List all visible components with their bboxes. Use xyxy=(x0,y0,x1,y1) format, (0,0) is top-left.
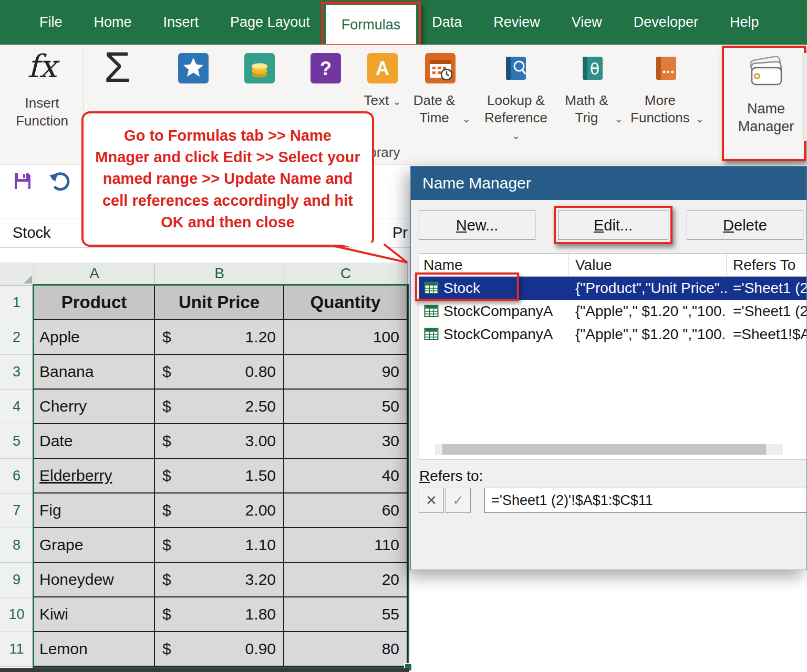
sheet-row: 11Lemon$0.9080 xyxy=(0,632,408,667)
table-cell[interactable]: Elderberry xyxy=(34,459,155,494)
table-cell[interactable]: $0.90 xyxy=(155,632,284,667)
math-trig-button[interactable]: θ Math & Trig ⌄ xyxy=(553,53,632,126)
tab-insert[interactable]: Insert xyxy=(148,0,215,45)
sheet-bottom-strip xyxy=(0,668,409,672)
table-cell[interactable]: Apple xyxy=(34,320,155,355)
tab-home[interactable]: Home xyxy=(78,0,148,45)
table-cell[interactable]: Date xyxy=(34,424,155,459)
table-cell[interactable]: Honeydew xyxy=(34,563,155,597)
column-header-c[interactable]: C xyxy=(284,262,408,286)
table-cell[interactable]: $2.00 xyxy=(155,494,284,528)
table-cell[interactable]: $1.50 xyxy=(155,459,284,494)
table-cell[interactable]: $0.80 xyxy=(155,355,284,390)
edit-button[interactable]: Edit... xyxy=(558,211,668,240)
row-header-10[interactable]: 10 xyxy=(0,597,34,632)
table-icon xyxy=(423,327,439,342)
table-cell[interactable]: Fig xyxy=(34,494,155,528)
table-cell[interactable]: Lemon xyxy=(34,632,155,667)
column-name[interactable]: Name xyxy=(419,254,569,276)
name-list-body: Stock{"Product","Unit Price"...='Sheet1 … xyxy=(419,277,806,346)
coins-icon xyxy=(244,53,275,86)
row-header-1[interactable]: 1 xyxy=(0,286,34,320)
name-list-row-stockcompanya[interactable]: StockCompanyA{"Apple"," $1.20 ","100...=… xyxy=(419,323,806,346)
table-cell[interactable]: 80 xyxy=(284,632,408,667)
tab-file[interactable]: File xyxy=(24,0,78,45)
table-cell[interactable]: $1.20 xyxy=(155,320,284,355)
save-icon[interactable] xyxy=(13,171,33,193)
row-header-8[interactable]: 8 xyxy=(0,528,34,563)
sheet-row: 4Cherry$2.5050 xyxy=(0,390,408,424)
table-cell[interactable]: Grape xyxy=(34,528,155,563)
tab-developer[interactable]: Developer xyxy=(618,0,714,45)
tab-view[interactable]: View xyxy=(556,0,618,45)
table-cell[interactable]: $1.10 xyxy=(155,528,284,563)
table-cell[interactable]: 20 xyxy=(284,563,408,597)
table-cell[interactable]: Banana xyxy=(34,355,155,390)
more-functions-button[interactable]: ... More Functions ⌄ xyxy=(627,53,706,126)
table-cell[interactable]: 90 xyxy=(284,355,408,390)
row-header-5[interactable]: 5 xyxy=(0,424,34,459)
scrollbar-thumb[interactable] xyxy=(442,444,766,455)
column-value[interactable]: Value xyxy=(569,254,727,276)
dialog-title[interactable]: Name Manager xyxy=(411,166,806,200)
tab-help[interactable]: Help xyxy=(714,0,775,45)
row-header-3[interactable]: 3 xyxy=(0,355,34,390)
svg-text:?: ? xyxy=(320,58,332,79)
column-header-b[interactable]: B xyxy=(155,262,284,286)
delete-button[interactable]: Delete xyxy=(687,211,803,240)
table-cell[interactable]: 30 xyxy=(284,424,408,459)
chevron-down-icon: ⌄ xyxy=(615,113,623,124)
question-icon: ? xyxy=(311,53,341,86)
calendar-clock-icon xyxy=(425,53,456,86)
name-manager-label: Name Manager xyxy=(729,100,803,136)
svg-text:θ: θ xyxy=(590,60,599,78)
cell-header-unit-price[interactable]: Unit Price xyxy=(155,286,284,320)
date-time-button[interactable]: Date & Time ⌄ xyxy=(401,53,480,126)
cell-header-quantity[interactable]: Quantity xyxy=(284,286,408,320)
undo-icon[interactable] xyxy=(48,170,71,195)
table-cell[interactable]: 50 xyxy=(284,390,408,424)
insert-function-label[interactable]: Insert Function xyxy=(0,94,84,130)
row-header-11[interactable]: 11 xyxy=(0,632,34,667)
table-cell[interactable]: Cherry xyxy=(34,390,155,424)
table-cell[interactable]: $3.00 xyxy=(155,424,284,459)
refers-to-input[interactable] xyxy=(484,488,807,513)
row-header-4[interactable]: 4 xyxy=(0,390,34,424)
confirm-refers-icon[interactable]: ✓ xyxy=(446,488,471,513)
name-list-row-stock[interactable]: Stock{"Product","Unit Price"...='Sheet1 … xyxy=(419,277,806,300)
formula-bar-text[interactable]: Pr xyxy=(392,224,408,242)
row-header-6[interactable]: 6 xyxy=(0,459,34,494)
insert-function-icon[interactable]: fx xyxy=(27,48,57,85)
table-cell[interactable]: 40 xyxy=(284,459,408,494)
row-header-7[interactable]: 7 xyxy=(0,494,34,528)
column-refers-to[interactable]: Refers To xyxy=(727,254,806,276)
tab-review[interactable]: Review xyxy=(478,0,556,45)
table-cell[interactable]: Kiwi xyxy=(34,597,155,632)
table-cell[interactable]: $1.80 xyxy=(155,597,284,632)
cell-header-product[interactable]: Product xyxy=(34,286,155,320)
column-header-a[interactable]: A xyxy=(34,262,155,286)
table-cell[interactable]: $2.50 xyxy=(155,390,284,424)
table-cell[interactable]: $3.20 xyxy=(155,563,284,597)
table-cell[interactable]: 55 xyxy=(284,597,408,632)
horizontal-scrollbar[interactable] xyxy=(435,444,783,455)
name-list-row-stockcompanya[interactable]: StockCompanyA{"Apple"," $1.20 ","100...=… xyxy=(419,300,806,323)
lookup-reference-button[interactable]: Lookup & Reference ⌄ xyxy=(477,53,555,143)
tab-formulas[interactable]: Formulas xyxy=(326,5,417,45)
select-all-corner[interactable] xyxy=(0,262,34,286)
svg-text:A: A xyxy=(376,58,389,79)
name-manager-button[interactable]: Name Manager xyxy=(729,49,803,136)
cancel-refers-icon[interactable]: ✕ xyxy=(419,488,444,513)
table-cell[interactable]: 100 xyxy=(284,320,408,355)
row-header-2[interactable]: 2 xyxy=(0,320,34,355)
tab-page-layout[interactable]: Page Layout xyxy=(214,0,326,45)
name-box[interactable]: Stock xyxy=(13,224,51,242)
autosum-icon[interactable]: Σ xyxy=(104,43,131,92)
tab-data[interactable]: Data xyxy=(416,0,478,45)
column-headers: ABC xyxy=(34,262,408,286)
new-button[interactable]: New... xyxy=(419,211,535,240)
sheet-row: 3Banana$0.8090 xyxy=(0,355,408,390)
table-cell[interactable]: 110 xyxy=(284,528,408,563)
row-header-9[interactable]: 9 xyxy=(0,563,34,597)
table-cell[interactable]: 60 xyxy=(284,494,408,528)
